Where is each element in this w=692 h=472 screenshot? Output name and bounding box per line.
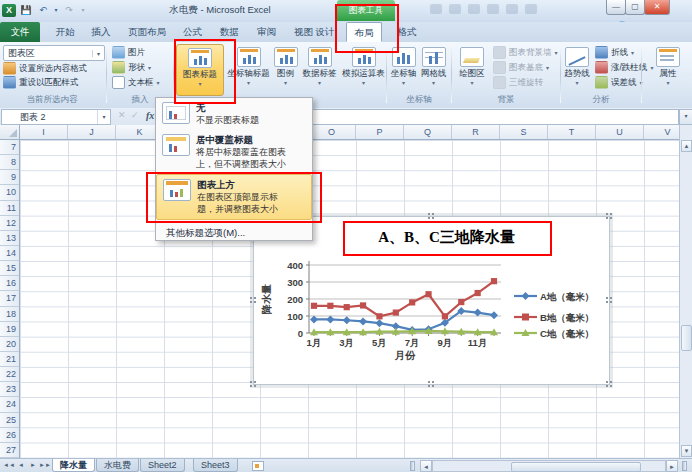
row-header-10[interactable]: 10 <box>0 185 19 200</box>
button-坐标轴标题[interactable]: 坐标轴标题▾ <box>225 44 272 96</box>
column-header-S[interactable]: S <box>500 125 548 139</box>
close-button[interactable]: ✕ <box>644 0 670 15</box>
insert-sheet-icon[interactable] <box>252 461 264 471</box>
chart-handle[interactable] <box>249 380 258 389</box>
lines-button[interactable]: 折线▾ <box>595 46 634 59</box>
hscroll-right-icon[interactable]: ► <box>666 460 678 472</box>
row-header-25[interactable]: 25 <box>0 413 19 428</box>
row-header-27[interactable]: 27 <box>0 443 19 458</box>
series-A地（毫米）[interactable] <box>310 307 498 334</box>
row-header-17[interactable]: 17 <box>0 291 19 306</box>
column-header-Q[interactable]: Q <box>404 125 452 139</box>
column-header-J[interactable]: J <box>68 125 116 139</box>
row-header-20[interactable]: 20 <box>0 337 19 352</box>
tab-审阅[interactable]: 审阅 <box>248 22 285 42</box>
insert-textbox-button[interactable]: 文本框▾ <box>112 76 160 89</box>
tab-数据[interactable]: 数据 <box>211 22 248 42</box>
sheet-tab-降水量[interactable]: 降水量 <box>52 459 95 472</box>
hscroll-left-icon[interactable]: ◄ <box>420 460 432 472</box>
tab-格式[interactable]: 格式 <box>388 22 426 42</box>
tab-插入[interactable]: 插入 <box>82 22 120 42</box>
row-header-22[interactable]: 22 <box>0 367 19 382</box>
row-header-14[interactable]: 14 <box>0 246 19 261</box>
y-axis-title[interactable]: 降水量 <box>261 284 272 314</box>
row-header-12[interactable]: 12 <box>0 216 19 231</box>
row-header-9[interactable]: 9 <box>0 170 19 185</box>
column-header-P[interactable]: P <box>356 125 404 139</box>
chart-handle[interactable] <box>249 296 258 305</box>
minimize-button[interactable]: — <box>606 0 626 15</box>
error-bars-button[interactable]: 误差线▾ <box>595 76 643 89</box>
vertical-scrollbar[interactable]: ▲ ▼ <box>679 125 692 458</box>
legend-item-A地（毫米）[interactable]: A地（毫米） <box>514 291 594 303</box>
first-sheet-icon[interactable]: ◄◄ <box>3 460 15 471</box>
row-header-26[interactable]: 26 <box>0 428 19 443</box>
button-图例[interactable]: 图例▾ <box>273 44 298 96</box>
properties-button[interactable]: 属性▾ <box>650 44 686 96</box>
chart-object[interactable]: A、B、C三地降水量 01002003004001月3月5月7月9月11月月份降… <box>253 216 610 385</box>
row-header-13[interactable]: 13 <box>0 231 19 246</box>
sheet-tab-Sheet3[interactable]: Sheet3 <box>193 459 238 472</box>
legend-item-C地（毫米）[interactable]: C地（毫米） <box>514 328 594 340</box>
row-header-24[interactable]: 24 <box>0 397 19 412</box>
horizontal-scrollbar[interactable] <box>432 460 666 472</box>
column-header-I[interactable]: I <box>20 125 68 139</box>
format-selection-button[interactable]: 设置所选内容格式 <box>3 62 87 75</box>
maximize-button[interactable]: ▢ <box>625 0 645 15</box>
scroll-up-icon[interactable]: ▲ <box>681 140 692 152</box>
tab-file[interactable]: 文件 <box>0 22 40 42</box>
chart-handle[interactable] <box>427 380 436 389</box>
row-header-7[interactable]: 7 <box>0 140 19 155</box>
sheet-tab-Sheet2[interactable]: Sheet2 <box>140 459 185 472</box>
tab-页面布局[interactable]: 页面布局 <box>120 22 174 42</box>
tab-split-handle[interactable] <box>410 461 415 471</box>
more-title-options-item[interactable]: 其他标题选项(M)... <box>156 223 312 240</box>
scroll-down-icon[interactable]: ▼ <box>681 445 692 457</box>
last-sheet-icon[interactable]: ►► <box>39 460 51 471</box>
chart-handle[interactable] <box>605 296 614 305</box>
updown-bars-button[interactable]: 涨/跌柱线▾ <box>595 61 653 74</box>
tab-开始[interactable]: 开始 <box>46 22 84 42</box>
plot-area-button[interactable]: 绘图区▾ <box>455 44 489 96</box>
row-header-16[interactable]: 16 <box>0 276 19 291</box>
name-box[interactable]: 图表 2 ▾ <box>1 109 111 125</box>
row-header-19[interactable]: 19 <box>0 322 19 337</box>
tab-设计[interactable]: 设计 <box>306 22 344 42</box>
next-sheet-icon[interactable]: ► <box>27 460 39 471</box>
row-header-18[interactable]: 18 <box>0 307 19 322</box>
menu-item-图表上方[interactable]: 图表上方在图表区顶部显示标题，并调整图表大小 <box>156 174 312 220</box>
row-header-11[interactable]: 11 <box>0 201 19 216</box>
row-header-21[interactable]: 21 <box>0 352 19 367</box>
button-模拟运算表[interactable]: 模拟运算表▾ <box>341 44 386 96</box>
sheet-tab-水电费[interactable]: 水电费 <box>96 459 139 472</box>
insert-shapes-button[interactable]: 形状▾ <box>112 61 151 74</box>
horizontal-scroll-thumb[interactable] <box>511 462 641 472</box>
column-header-O[interactable]: O <box>308 125 356 139</box>
row-header-23[interactable]: 23 <box>0 382 19 397</box>
row-headers[interactable]: 789101112131415161718192021222324252627 <box>0 140 20 458</box>
select-all-corner[interactable] <box>0 125 20 140</box>
column-header-R[interactable]: R <box>452 125 500 139</box>
tab-公式[interactable]: 公式 <box>174 22 211 42</box>
formula-bar-expand-icon[interactable]: ▾ <box>679 109 692 125</box>
chart-plot[interactable]: 01002003004001月3月5月7月9月11月月份降水量A地（毫米）B地（… <box>254 217 609 384</box>
row-header-8[interactable]: 8 <box>0 155 19 170</box>
chart-handle[interactable] <box>605 212 614 221</box>
menu-item-居中覆盖标题[interactable]: 居中覆盖标题将居中标题覆盖在图表上，但不调整图表大小 <box>156 130 312 174</box>
menu-item-无[interactable]: 无不显示图表标题 <box>156 98 312 130</box>
legend-item-B地（毫米）[interactable]: B地（毫米） <box>514 312 594 324</box>
trendline-button[interactable]: 趋势线▾ <box>563 44 591 96</box>
button-数据标签[interactable]: 数据标签▾ <box>299 44 340 96</box>
reset-style-button[interactable]: 重设以匹配样式 <box>3 76 79 89</box>
vertical-scroll-thumb[interactable] <box>681 325 692 351</box>
axes-button[interactable]: 坐标轴▾ <box>389 44 418 96</box>
column-header-T[interactable]: T <box>548 125 596 139</box>
prev-sheet-icon[interactable]: ◄ <box>15 460 27 471</box>
row-header-15[interactable]: 15 <box>0 261 19 276</box>
column-headers[interactable]: IJKLMNOPQRSTUV <box>20 125 679 140</box>
chart-elements-combo[interactable]: 图表区 ▾ <box>3 45 105 61</box>
gridlines-button[interactable]: 网格线▾ <box>419 44 448 96</box>
chart-handle[interactable] <box>427 212 436 221</box>
chart-handle[interactable] <box>605 380 614 389</box>
insert-function-icon[interactable]: fx <box>146 110 154 121</box>
